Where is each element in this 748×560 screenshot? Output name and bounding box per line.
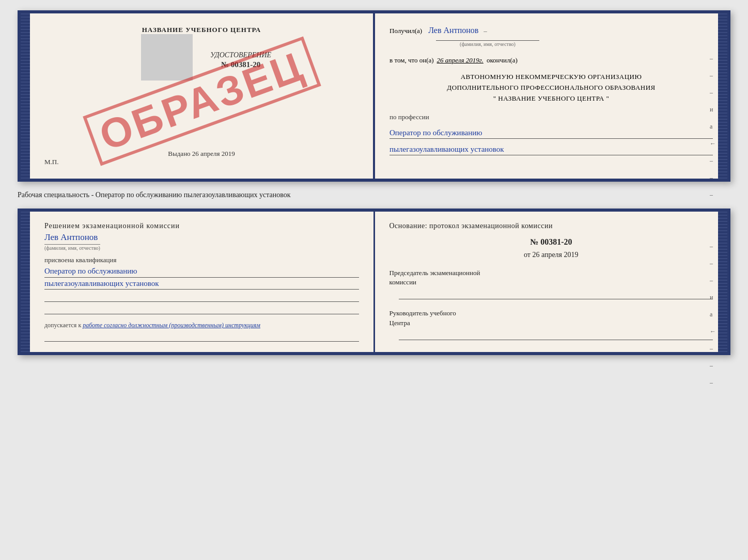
udostoverenie-label: УДОСТОВЕРЕНИЕ xyxy=(210,51,271,59)
stamp-placeholder xyxy=(141,34,193,81)
side-marks-top: – – – и а ← – – – xyxy=(710,55,716,199)
bottom-prof-line1: Оператор по обслуживанию xyxy=(44,265,359,278)
vydano-row: Выдано 26 апреля 2019 xyxy=(168,150,235,158)
rukovoditel-line2: Центра xyxy=(389,318,713,328)
v-tom-chto-label: в том, что он(а) xyxy=(389,56,434,65)
rukovoditel-label: Руководитель учебного Центра xyxy=(389,309,713,327)
org-line1: АВТОНОМНУЮ НЕКОММЕРЧЕСКУЮ ОРГАНИЗАЦИЮ xyxy=(389,72,713,83)
school-name-top: НАЗВАНИЕ УЧЕБНОГО ЦЕНТРА xyxy=(142,26,261,34)
protocol-date: от 26 апреля 2019 xyxy=(389,251,713,259)
rukovoditel-line1: Руководитель учебного xyxy=(389,309,713,318)
subtitle-line: Рабочая специальность - Оператор по обсл… xyxy=(18,188,730,202)
predsedatel-line1: Председатель экзаменационной xyxy=(389,268,713,278)
okonchil-label: окончил(а) xyxy=(487,56,518,65)
protocol-num: № 00381-20 xyxy=(389,237,713,247)
stamp-area: УДОСТОВЕРЕНИЕ № 00381-20 xyxy=(40,34,363,81)
predsedatel-line2: комиссии xyxy=(389,278,713,287)
po-professii-label: по профессии xyxy=(389,113,713,121)
top-cert-right: Получил(а) Лев Антпонов – (фамилия, имя,… xyxy=(375,13,727,179)
sign-line-2 xyxy=(44,305,359,314)
org-line2: ДОПОЛНИТЕЛЬНОГО ПРОФЕССИОНАЛЬНОГО ОБРАЗО… xyxy=(389,83,713,93)
date-row-top: в том, что он(а) 26 апреля 2019г. окончи… xyxy=(389,56,713,65)
komissia-title: Решением экзаменационной комиссии xyxy=(44,222,359,230)
top-cert-left: НАЗВАНИЕ УЧЕБНОГО ЦЕНТРА УДОСТОВЕРЕНИЕ №… xyxy=(21,13,375,179)
document-container: НАЗВАНИЕ УЧЕБНОГО ЦЕНТРА УДОСТОВЕРЕНИЕ №… xyxy=(18,10,730,355)
poluchil-label: Получил(а) xyxy=(389,27,422,35)
side-marks-bottom: – – – и а ← – – – xyxy=(710,243,716,387)
recipient-name: Лев Антпонов xyxy=(428,26,478,35)
sign-line-3 xyxy=(44,332,359,342)
bottom-cert-left: Решением экзаменационной комиссии Лев Ан… xyxy=(21,212,375,352)
protocol-date-value: 26 апреля 2019 xyxy=(532,251,578,259)
top-certificate: НАЗВАНИЕ УЧЕБНОГО ЦЕНТРА УДОСТОВЕРЕНИЕ №… xyxy=(18,10,730,182)
osnova-title: Основание: протокол экзаменационной коми… xyxy=(389,222,713,230)
cert-date: 26 апреля 2019г. xyxy=(437,56,484,65)
predsedatel-sign-line xyxy=(399,290,713,299)
recipient-row: Получил(а) Лев Антпонов – xyxy=(389,26,713,35)
rukovoditel-sign-line xyxy=(399,331,713,340)
org-block: АВТОНОМНУЮ НЕКОММЕРЧЕСКУЮ ОРГАНИЗАЦИЮ ДО… xyxy=(389,72,713,104)
dopuskaetsya-value: работе согласно должностным (производств… xyxy=(83,322,260,329)
name-blue-bottom: Лев Антпонов xyxy=(44,232,359,243)
bottom-prof-line2: пылегазоулавливающих установок xyxy=(44,278,359,290)
fio-hint-bottom: (фамилия, имя, отчество) xyxy=(44,244,100,251)
profession-line2: пылегазоулавливающих установок xyxy=(389,144,713,155)
ot-label: от xyxy=(524,251,531,259)
profession-line1: Оператор по обслуживанию xyxy=(389,127,713,139)
prisvoena-label: присвоена квалификация xyxy=(44,256,359,264)
fio-hint-top: (фамилия, имя, отчество) xyxy=(436,40,539,47)
sign-line-1 xyxy=(44,293,359,302)
bottom-cert-right: Основание: протокол экзаменационной коми… xyxy=(375,212,728,352)
mp-row: М.П. xyxy=(44,158,58,166)
cert-number-block: УДОСТОВЕРЕНИЕ № 00381-20 xyxy=(210,51,271,69)
org-line3: " НАЗВАНИЕ УЧЕБНОГО ЦЕНТРА " xyxy=(389,93,713,104)
bottom-certificate: Решением экзаменационной комиссии Лев Ан… xyxy=(18,209,730,355)
dopuskaetsya-row: допускается к работе согласно должностны… xyxy=(44,322,359,329)
dopuskaetsya-prefix: допускается к xyxy=(44,322,81,329)
predsedatel-label: Председатель экзаменационной комиссии xyxy=(389,268,713,287)
cert-number: № 00381-20 xyxy=(221,60,260,69)
